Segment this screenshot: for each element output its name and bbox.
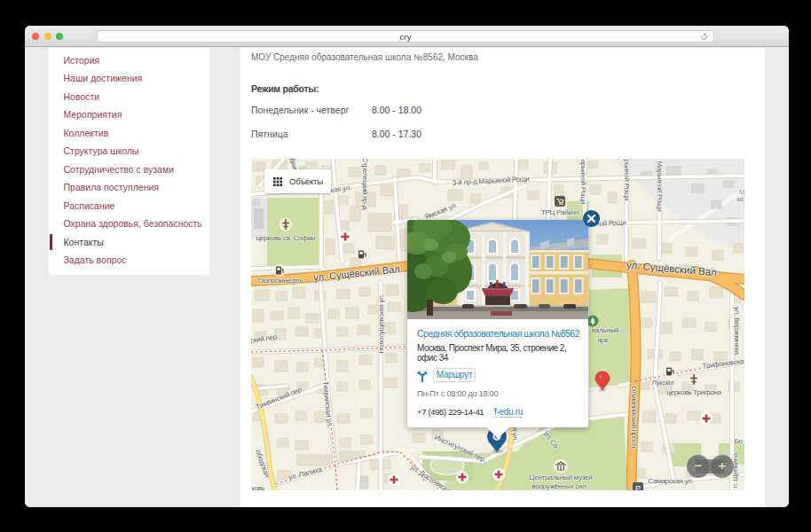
browser-window: сгу ИсторияНаши достиженияНовостиМеропри… bbox=[25, 26, 789, 507]
map[interactable]: Р Двигкая ул.С bbox=[251, 159, 744, 490]
page: ИсторияНаши достиженияНовостиМероприятия… bbox=[25, 48, 789, 507]
map-label: арьиной Рощи bbox=[579, 160, 587, 205]
balloon-close-button[interactable] bbox=[583, 210, 600, 227]
grid-icon bbox=[273, 177, 282, 186]
sidebar-item[interactable]: Новости bbox=[49, 88, 209, 106]
balloon-phone: +7 (495) 229-14-41 bbox=[417, 407, 484, 417]
museum-icon bbox=[554, 459, 568, 473]
sidebar-item[interactable]: Наши достижения bbox=[49, 69, 209, 88]
balloon-address-line1: Москва, Проспект Мира, 35, строение 2, bbox=[417, 343, 566, 353]
map-label: Олимпийский просп. bbox=[630, 386, 638, 450]
sidebar-item[interactable]: История bbox=[49, 51, 209, 70]
map-label: Стрелецкий пр-д bbox=[361, 159, 369, 209]
schedule-day: Понедельник - четверг bbox=[251, 105, 349, 115]
church-icon bbox=[688, 373, 701, 387]
parking-icon: Р bbox=[633, 482, 643, 490]
address-bar-text: сгу bbox=[400, 32, 412, 42]
hospital-icon bbox=[339, 231, 351, 243]
map-label: же bbox=[736, 195, 744, 203]
mall-icon bbox=[555, 196, 565, 207]
browser-toolbar: сгу bbox=[25, 26, 789, 47]
route-button[interactable]: Маршрут bbox=[433, 368, 476, 382]
zoom-in-button[interactable]: + bbox=[711, 455, 734, 478]
map-label: вальный bbox=[592, 326, 618, 334]
page-title: МОУ Средняя образовательная школа №8562,… bbox=[251, 52, 478, 62]
schedule-row: Понедельник - четверг 8.00 - 18.00 bbox=[251, 105, 349, 115]
schedule-day: Пятница bbox=[251, 129, 288, 139]
map-label: Лукойл bbox=[651, 379, 673, 387]
map-label: ул. Верземнека bbox=[733, 307, 741, 355]
close-window-button[interactable] bbox=[32, 33, 39, 40]
reload-icon[interactable] bbox=[700, 33, 708, 41]
map-balloon: Средняя образовательная школа №8562 Моск… bbox=[407, 220, 588, 427]
parking-glyph: Р bbox=[635, 484, 641, 491]
school-photo bbox=[407, 220, 588, 319]
map-label: Центральный музей bbox=[530, 473, 593, 481]
schedule-hours: 8.00 - 17.30 bbox=[372, 129, 421, 139]
map-objects-button-label: Объекты bbox=[289, 169, 323, 193]
sidebar-item[interactable]: Сотрудничество с вузами bbox=[49, 160, 209, 179]
minimize-window-button[interactable] bbox=[44, 33, 51, 40]
balloon-title-link[interactable]: Средняя образовательная школа №8562 bbox=[417, 328, 579, 339]
map-zoom-control: − + bbox=[687, 455, 734, 478]
red-pin-icon bbox=[595, 372, 610, 392]
sidebar-item[interactable]: Контакты bbox=[49, 233, 209, 252]
map-label: церковь св. Софии bbox=[256, 234, 315, 242]
sidebar-item[interactable]: Коллектив bbox=[49, 124, 209, 143]
fuel-icon bbox=[273, 264, 286, 277]
main-content: МОУ Средняя образовательная школа №8562,… bbox=[240, 48, 765, 507]
route-icon bbox=[416, 369, 429, 383]
map-label: вооружённых сил bbox=[531, 482, 587, 490]
map-label: ТРЦ Райкин bbox=[541, 208, 579, 216]
map-label: церковь Трифона bbox=[666, 388, 721, 396]
sidebar-item[interactable]: Расписание bbox=[49, 197, 209, 215]
map-label: Марьиной Рощи bbox=[656, 160, 664, 211]
schedule-row: Пятница 8.00 - 17.30 bbox=[251, 129, 288, 139]
balloon-address-line2: офис 34 bbox=[417, 353, 448, 363]
fuel-icon bbox=[356, 248, 368, 261]
map-label: рьиной Рощи bbox=[623, 160, 631, 200]
church-icon bbox=[280, 218, 293, 231]
schedule-heading: Режим работы: bbox=[251, 83, 319, 94]
hospital-icon bbox=[700, 412, 713, 425]
sidebar-item[interactable]: Правила поступления bbox=[49, 178, 209, 197]
hospital-icon bbox=[388, 473, 400, 486]
address-bar[interactable]: сгу bbox=[97, 30, 714, 43]
zoom-out-button[interactable]: − bbox=[687, 455, 710, 478]
hospital-icon bbox=[492, 468, 505, 481]
schedule-hours: 8.00 - 18.00 bbox=[372, 105, 421, 115]
sidebar-item[interactable]: Охрана здоровья, безопасность bbox=[49, 215, 209, 233]
map-label: арк bbox=[597, 336, 608, 344]
map-label: ковь bbox=[252, 484, 264, 491]
hospital-icon bbox=[456, 471, 468, 483]
map-label: Газпромнефть bbox=[258, 277, 303, 285]
sidebar-item[interactable]: Структура школы bbox=[49, 142, 209, 160]
map-objects-button[interactable]: Объекты bbox=[264, 169, 331, 193]
sidebar-item[interactable]: Задать вопрос bbox=[49, 251, 209, 270]
fuel-icon bbox=[664, 365, 676, 378]
fullscreen-window-button[interactable] bbox=[56, 33, 63, 40]
map-label: Бо bbox=[734, 437, 742, 445]
sidebar-item[interactable]: Мероприятия bbox=[49, 106, 209, 124]
map-label: Новосущёвская ул. bbox=[377, 293, 385, 353]
balloon-hours: Пн-Пт с 08:00 до 18:00 bbox=[417, 388, 498, 398]
sidebar-menu: ИсторияНаши достиженияНовостиМероприятия… bbox=[49, 48, 209, 275]
